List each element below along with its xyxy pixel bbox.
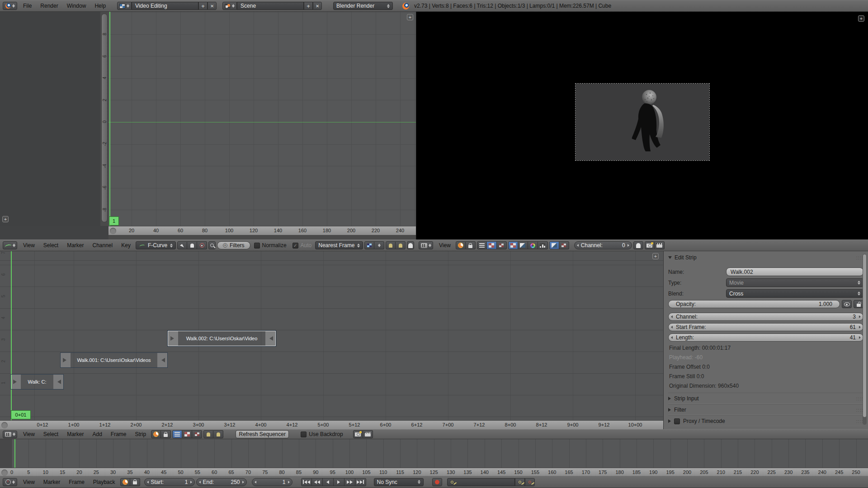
editor-type-selector-preview[interactable]	[419, 241, 433, 249]
preview-ghost-button[interactable]	[633, 241, 643, 249]
jump-next-keyframe-button[interactable]	[344, 478, 355, 486]
auto-checkbox[interactable]	[292, 243, 298, 249]
proxy-checkbox[interactable]	[674, 418, 680, 424]
create-ghost-curves-button[interactable]	[407, 241, 414, 249]
sequence-render-animation-button[interactable]	[655, 241, 665, 249]
seq-menu-view[interactable]: View	[19, 431, 38, 437]
length-slider[interactable]: Length: 41	[668, 333, 863, 342]
use-backdrop-checkbox[interactable]	[301, 432, 307, 437]
end-frame-field[interactable]: End: 250	[196, 478, 247, 486]
paste-strips-button[interactable]	[213, 430, 223, 438]
tl-menu-view[interactable]: View	[19, 479, 38, 485]
sequence-render-image-button[interactable]	[645, 241, 655, 249]
strip-left-handle[interactable]	[170, 336, 174, 341]
strip-walk-001[interactable]: Walk.001: C:\Users\Oskar\Videos	[60, 352, 168, 368]
proxy-timecode-panel-header[interactable]: Proxy / Timecode	[668, 415, 863, 427]
snap-mode-button[interactable]	[374, 241, 384, 249]
view-both-button[interactable]	[192, 430, 202, 438]
delete-screen-layout-button[interactable]	[208, 2, 217, 10]
decrement-arrow-icon[interactable]	[671, 315, 673, 318]
strip-name-input[interactable]: Walk.002	[726, 267, 863, 276]
scene-name-field[interactable]: Scene	[237, 2, 304, 10]
pie-clock-button[interactable]	[120, 478, 130, 486]
pie-clock-button[interactable]	[151, 430, 161, 438]
menu-window[interactable]: Window	[63, 3, 90, 9]
strip-left-handle[interactable]	[13, 380, 17, 384]
graph-mode-dropdown[interactable]: F-Curve	[136, 241, 176, 249]
lock-button[interactable]	[161, 430, 171, 438]
lock-strip-button[interactable]	[854, 300, 863, 308]
view-preview-button[interactable]	[182, 430, 192, 438]
lock-button[interactable]	[130, 478, 140, 486]
paste-keyframes-button[interactable]	[396, 241, 406, 249]
pivot-point-button[interactable]	[197, 241, 207, 249]
seq-menu-add[interactable]: Add	[89, 431, 106, 437]
graph-region-expand-icon[interactable]: +	[2, 216, 9, 222]
tl-menu-marker[interactable]: Marker	[40, 479, 64, 485]
sequencer-region-expand-icon[interactable]: +	[652, 253, 659, 259]
graph-menu-view[interactable]: View	[19, 242, 38, 249]
start-frame-slider[interactable]: Start Frame: 61	[668, 323, 863, 331]
seq-menu-select[interactable]: Select	[40, 431, 62, 437]
graph-frame-ruler[interactable]: 20406080100120140160180200220240	[108, 226, 416, 235]
editor-type-selector-timeline[interactable]	[3, 478, 17, 486]
edit-strip-panel-header[interactable]: Edit Strip	[668, 253, 863, 262]
strip-right-handle[interactable]	[269, 336, 273, 341]
display-waveform-button[interactable]	[518, 241, 528, 249]
screen-layout-name-field[interactable]: Video Editing	[132, 2, 198, 10]
sync-mode-dropdown[interactable]: No Sync	[374, 478, 424, 486]
screen-layout-icon-button[interactable]	[117, 2, 132, 10]
tl-menu-playback[interactable]: Playback	[90, 479, 119, 485]
graph-menu-channel[interactable]: Channel	[89, 242, 117, 249]
view-preview-button[interactable]	[487, 241, 497, 249]
sequencer-time-ruler[interactable]: 0+121+001+122+002+123+003+124+004+125+00…	[0, 420, 663, 429]
menu-file[interactable]: File	[19, 3, 35, 9]
strip-walk-002-selected[interactable]: Walk.002: C:\Users\Oskar\Video	[168, 331, 276, 346]
preview-region-expand-icon[interactable]: +	[858, 15, 864, 22]
seq-menu-frame[interactable]: Frame	[107, 431, 130, 437]
timeline-playhead[interactable]	[14, 439, 15, 468]
increment-arrow-icon[interactable]	[859, 326, 861, 328]
add-scene-button[interactable]	[304, 2, 313, 10]
strip-right-handle[interactable]	[161, 358, 165, 362]
menu-help[interactable]: Help	[91, 3, 109, 9]
seq-menu-marker[interactable]: Marker	[63, 431, 87, 437]
view-both-button[interactable]	[497, 241, 507, 249]
graph-menu-marker[interactable]: Marker	[63, 242, 87, 249]
decrement-arrow-icon[interactable]	[147, 481, 149, 483]
blend-mode-dropdown[interactable]: Cross	[726, 289, 863, 298]
decrement-arrow-icon[interactable]	[671, 336, 673, 339]
decrement-arrow-icon[interactable]	[255, 481, 256, 483]
graph-channel-list[interactable]	[0, 12, 100, 226]
normalize-checkbox[interactable]	[254, 243, 260, 249]
channel-number-slider[interactable]: Channel: 3	[668, 313, 863, 321]
start-frame-field[interactable]: Start: 1	[144, 478, 195, 486]
overlay-split-button[interactable]	[549, 241, 559, 249]
overlay-checker-button[interactable]	[559, 241, 569, 249]
auto-normalize-toggle[interactable]: Auto	[290, 242, 314, 249]
view-sequencer-button[interactable]	[477, 241, 487, 249]
increment-arrow-icon[interactable]	[859, 315, 861, 318]
timeline-frame-ruler[interactable]: 0510152025303540455055606570758085909510…	[0, 468, 868, 476]
add-screen-layout-button[interactable]	[198, 2, 208, 10]
insert-keyframe-button[interactable]	[515, 478, 525, 486]
decrement-arrow-icon[interactable]	[199, 481, 201, 483]
preview-menu-view[interactable]: View	[435, 242, 454, 249]
graph-properties-expand-icon[interactable]: +	[407, 14, 413, 20]
graph-menu-key[interactable]: Key	[118, 242, 134, 249]
pie-clock-button[interactable]	[456, 241, 466, 249]
sequencer-timeline-area[interactable]: 7654321 Walk: C: Walk.001: C:\Users\Oska…	[0, 251, 663, 429]
increment-arrow-icon[interactable]	[859, 336, 861, 339]
decrement-arrow-icon[interactable]	[577, 244, 579, 247]
filter-panel-header[interactable]: Filter	[668, 404, 863, 415]
display-histogram-button[interactable]	[538, 241, 548, 249]
keying-set-field[interactable]	[447, 478, 515, 486]
sequence-render-animation-button[interactable]	[363, 430, 373, 438]
current-frame-field[interactable]: 1	[252, 478, 292, 486]
graph-plot-area[interactable]	[108, 12, 416, 226]
panel-scrollbar-thumb[interactable]	[863, 254, 866, 417]
sequencer-playhead[interactable]	[11, 251, 12, 420]
sequence-render-image-button[interactable]	[353, 430, 363, 438]
play-button[interactable]	[334, 478, 344, 486]
panel-scrollbar[interactable]	[863, 254, 867, 425]
